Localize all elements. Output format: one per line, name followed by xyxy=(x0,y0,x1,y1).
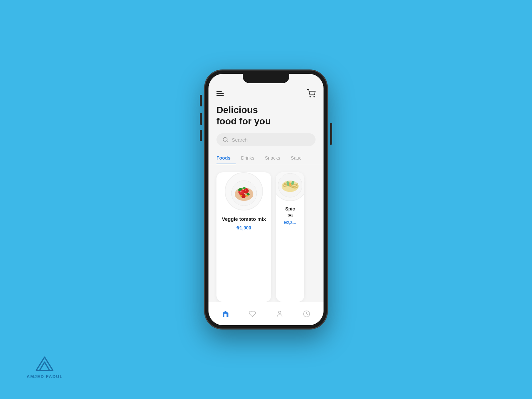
svg-point-2 xyxy=(314,96,315,97)
spicy-illustration xyxy=(276,172,304,200)
svg-point-21 xyxy=(289,183,292,186)
title-text: Delicious food for you xyxy=(216,104,316,127)
app-title: Delicious food for you xyxy=(208,98,324,127)
food-card-veggie[interactable]: Veggie tomato mix ₦1,900 xyxy=(216,172,271,302)
svg-rect-14 xyxy=(240,195,242,197)
watermark: AMJED FADUL xyxy=(27,354,63,379)
search-placeholder: Search xyxy=(232,137,248,143)
phone-notch xyxy=(243,74,289,83)
app-header xyxy=(208,86,324,98)
cart-icon[interactable] xyxy=(307,89,316,98)
phone-shell: Delicious food for you Search Foods xyxy=(204,70,328,329)
menu-button[interactable] xyxy=(216,91,224,96)
heart-icon xyxy=(249,310,256,318)
nav-profile[interactable] xyxy=(272,307,287,321)
bottom-nav xyxy=(208,302,324,325)
food-card-spicy-price: ₦2,3... xyxy=(284,220,296,225)
home-icon xyxy=(221,310,229,318)
search-container: Search xyxy=(208,127,324,146)
svg-line-4 xyxy=(226,141,227,142)
watermark-logo xyxy=(33,354,56,372)
tab-foods[interactable]: Foods xyxy=(216,153,236,164)
svg-point-16 xyxy=(245,190,246,191)
food-image-veggie xyxy=(225,172,263,210)
food-card-veggie-price: ₦1,900 xyxy=(236,225,251,230)
watermark-text: AMJED FADUL xyxy=(27,374,63,379)
tab-snacks[interactable]: Snacks xyxy=(260,153,286,164)
tab-drinks[interactable]: Drinks xyxy=(236,153,260,164)
search-bar[interactable]: Search xyxy=(216,133,316,146)
phone-screen: Delicious food for you Search Foods xyxy=(208,74,324,325)
svg-point-15 xyxy=(240,191,241,192)
tab-sauces[interactable]: Sauc xyxy=(286,153,302,164)
food-image-spicy xyxy=(276,172,304,201)
food-card-spicy-name: Spicsa xyxy=(285,206,295,218)
category-tabs: Foods Drinks Snacks Sauc xyxy=(208,146,324,164)
search-icon xyxy=(222,137,228,143)
veggie-illustration xyxy=(227,175,261,208)
svg-point-22 xyxy=(278,311,281,313)
app-content: Delicious food for you Search Foods xyxy=(208,74,324,302)
svg-point-1 xyxy=(310,96,311,97)
nav-home[interactable] xyxy=(218,307,233,321)
svg-rect-13 xyxy=(245,195,248,197)
food-card-spicy[interactable]: Spicsa ₦2,3... xyxy=(276,172,304,302)
nav-favorites[interactable] xyxy=(245,307,260,321)
nav-history[interactable] xyxy=(299,307,314,321)
food-card-veggie-name: Veggie tomato mix xyxy=(222,216,266,222)
food-cards-container: Veggie tomato mix ₦1,900 xyxy=(208,164,324,302)
clock-icon xyxy=(303,310,310,318)
person-icon xyxy=(276,310,283,318)
